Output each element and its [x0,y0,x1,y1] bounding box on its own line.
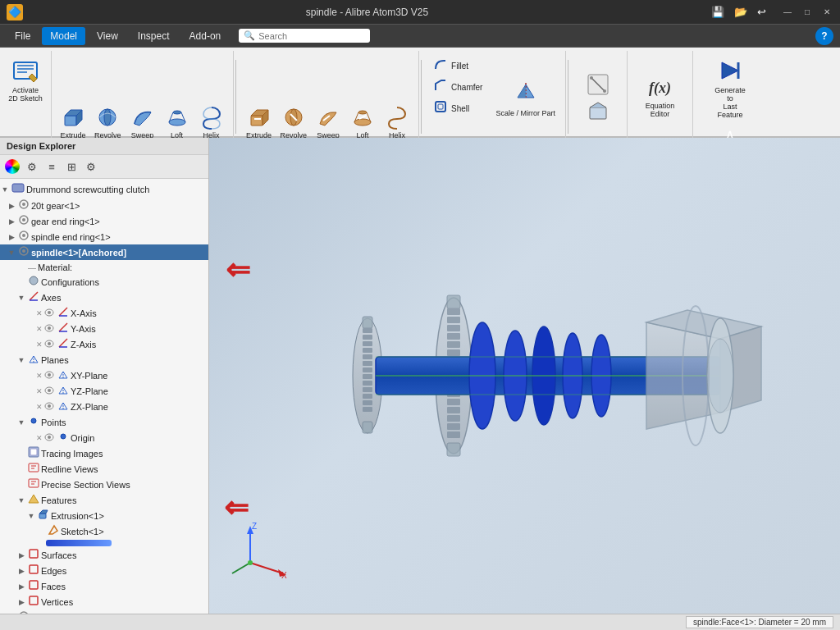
cut-extrude-button[interactable]: Extrude [243,103,276,142]
tree-toggle-features[interactable]: ▼ [16,496,26,504]
tree-item-yaxis[interactable]: ✕Y-Axis [0,321,208,336]
tree-toggle-surfaces[interactable]: ▶ [16,551,26,559]
menu-inspect[interactable]: Inspect [130,27,178,45]
equation-editor-button[interactable]: f(x) EquationEditor [642,73,678,121]
search-box[interactable]: 🔍 [239,29,370,43]
menu-addon[interactable]: Add-on [181,27,230,45]
tree-item-xaxis[interactable]: ✕X-Axis [0,305,208,321]
tree-label-yaxis: Y-Axis [71,324,96,334]
tree-item-edges[interactable]: ▶Edges [0,563,208,578]
tree-item-zxplane[interactable]: ✕ZX-Plane [0,399,208,414]
svg-rect-100 [363,341,372,346]
tree-item-faces[interactable]: ▶Faces [0,578,208,594]
tree-item-yzplane[interactable]: ✕YZ-Plane [0,383,208,399]
menu-file[interactable]: File [7,27,39,45]
tree-item-spindleend[interactable]: ▶spindle end ring<1> [0,229,208,244]
tree-item-root[interactable]: ▼Drummond screwcutting clutch [0,180,208,198]
tree-item-axes[interactable]: ▼Axes [0,290,208,305]
design-explorer-title: Design Explorer [7,141,75,151]
tree-item-material[interactable]: —Material: [0,260,208,274]
titlebar-icon-2[interactable]: 📂 [734,6,747,19]
tree-item-clutchring[interactable]: ▶clutch ring<1> [0,609,208,614]
svg-rect-130 [447,443,460,456]
sidebar-config-btn[interactable]: ⚙ [82,158,100,176]
scale-mirror-button[interactable]: Scale / Mirror Part [491,79,560,118]
tree-item-configs[interactable]: Configurations [0,274,208,290]
eye-icon[interactable] [44,339,54,350]
svg-point-55 [48,342,51,345]
tree-toggle-faces[interactable]: ▶ [16,582,26,591]
svg-rect-34 [12,184,24,192]
cut-sweep-button[interactable]: Sweep [312,103,345,142]
cut-revolve-button[interactable]: Revolve [277,103,311,142]
tree-item-sketch1[interactable]: Sketch<1> [0,523,208,539]
menu-model[interactable]: Model [42,27,85,45]
tree-toggle-extrusion1[interactable]: ▼ [26,512,36,520]
help-button[interactable]: ? [815,27,833,45]
generate-to-last-feature-button[interactable]: Generate toLast Feature [709,52,751,123]
sidebar-collapse-btn[interactable]: ≡ [43,158,61,176]
tree-toggle-spindleend[interactable]: ▶ [7,233,16,241]
shell-button[interactable]: Shell [428,98,487,118]
chamfer-button[interactable]: Chamfer [428,77,487,97]
tree-item-features[interactable]: ▼Features [0,492,208,508]
menu-view[interactable]: View [89,27,126,45]
tree-toggle-planes[interactable]: ▼ [16,356,26,364]
tree-toggle-gearend[interactable]: ▶ [7,217,16,226]
tree-toggle-points[interactable]: ▼ [16,418,26,427]
tree-toggle-gear20[interactable]: ▶ [7,202,16,210]
close-button[interactable]: ✕ [820,6,833,19]
tree-toggle-spindle[interactable]: ▼ [7,249,16,257]
boss-loft-button[interactable]: Loft [161,103,194,142]
tree-item-vertices[interactable]: ▶Vertices [0,594,208,609]
eye-icon-plane[interactable] [44,432,54,444]
activate-2d-sketch-button[interactable]: Activate2D Sketch [5,52,46,107]
eye-icon[interactable] [44,323,54,335]
tree-item-sketchwire[interactable] [0,539,208,547]
eye-icon-plane[interactable] [44,401,54,413]
tree-item-origin[interactable]: ✕Origin [0,430,208,445]
titlebar-icon-3[interactable]: ↩ [757,6,766,19]
tree-item-gear20[interactable]: ▶20t gear<1> [0,198,208,213]
coordinate-axes: Z X [226,518,291,585]
app-icon: 🔷 [7,4,23,21]
tree-toggle-vertices[interactable]: ▶ [16,598,26,606]
minimize-button[interactable]: — [781,6,794,19]
tree-item-planes[interactable]: ▼Planes [0,352,208,368]
boss-helix-button[interactable]: Helix [195,103,228,142]
fillet-button[interactable]: Fillet [428,56,487,75]
tree-item-surfaces[interactable]: ▶Surfaces [0,547,208,563]
cut-loft-button[interactable]: Loft [346,103,379,142]
svg-point-75 [61,434,66,439]
tree-item-extrusion1[interactable]: ▼Extrusion<1> [0,508,208,523]
cut-loft-icon [349,104,376,130]
svg-point-43 [30,276,38,285]
tree-toggle-root[interactable]: ▼ [0,185,10,194]
search-input[interactable] [258,31,357,41]
sidebar-expand-btn[interactable]: ⊞ [62,158,80,176]
tree-item-spindle[interactable]: ▼spindle<1>[Anchored] [0,244,208,260]
eye-icon[interactable] [44,308,54,319]
tree-item-precisesection[interactable]: Precise Section Views [0,477,208,492]
tree-item-points[interactable]: ▼Points [0,414,208,430]
tree-item-gearend[interactable]: ▶gear end ring<1> [0,213,208,229]
boss-sweep-button[interactable]: Sweep [126,103,159,142]
tree-item-zaxis[interactable]: ✕Z-Axis [0,336,208,352]
tree-item-xyplane[interactable]: ✕XY-Plane [0,368,208,383]
sidebar-filter-btn[interactable]: ⚙ [23,158,41,176]
tree-toggle-clutchring[interactable]: ▶ [7,614,16,614]
sidebar-color-wheel[interactable] [3,158,21,176]
3d-viewport[interactable]: ⇐ ⇐ [209,138,840,614]
titlebar-icon-1[interactable]: 💾 [711,6,724,19]
tree-toggle-edges[interactable]: ▶ [16,567,26,575]
eye-icon-plane[interactable] [44,370,54,381]
tree-icon-clutchring [18,610,30,614]
tree-item-redlineviews[interactable]: Redline Views [0,461,208,477]
cut-helix-button[interactable]: Helix [381,103,413,142]
tree-toggle-axes[interactable]: ▼ [16,294,26,302]
tree-item-tracingimages[interactable]: Tracing Images [0,445,208,461]
boss-revolve-button[interactable]: Revolve [91,103,125,142]
maximize-button[interactable]: □ [801,6,814,19]
eye-icon-plane[interactable] [44,386,54,397]
boss-extrude-button[interactable]: Extrude [57,103,89,142]
